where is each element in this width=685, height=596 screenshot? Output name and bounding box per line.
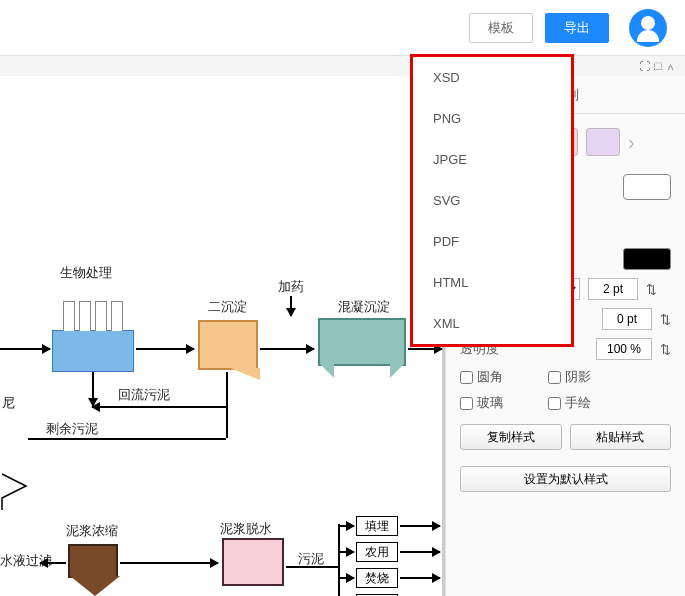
line-excess-v	[226, 406, 228, 438]
cb-glass[interactable]	[460, 397, 473, 410]
arrow-return	[92, 406, 226, 408]
excess-label: 剩余污泥	[46, 420, 98, 438]
arrow-filter	[40, 562, 66, 564]
return-label: 回流污泥	[118, 386, 170, 404]
thick-label: 泥浆浓缩	[66, 522, 118, 540]
flag-icon	[0, 472, 30, 512]
line-sed-down	[226, 372, 228, 406]
box-burn[interactable]: 焚烧	[356, 568, 398, 588]
color-swatch[interactable]	[586, 128, 620, 156]
corner-radius[interactable]	[602, 308, 652, 330]
line-excess	[28, 438, 226, 440]
arrow-drug	[290, 296, 292, 316]
sed-shape[interactable]	[198, 320, 258, 370]
diagram-canvas[interactable]: 生物处理 二沉淀 加药 混凝沉淀 回流污泥 剩余污泥 尼 水液过滤 泥浆浓缩 泥…	[0, 76, 445, 596]
cb-round[interactable]	[460, 371, 473, 384]
export-button[interactable]: 导出	[545, 13, 609, 43]
drug-label: 加药	[278, 278, 304, 296]
copy-style[interactable]: 复制样式	[460, 424, 562, 450]
cb-hand[interactable]	[548, 397, 561, 410]
view-controls[interactable]: ⛶ ⬚ ∧	[0, 56, 685, 76]
cb-shadow[interactable]	[548, 371, 561, 384]
a-b3	[338, 577, 354, 579]
bio-label: 生物处理	[60, 264, 112, 282]
spinner-icon[interactable]: ⇅	[660, 342, 671, 357]
more-colors[interactable]: ›	[628, 131, 635, 154]
export-png[interactable]: PNG	[413, 98, 571, 139]
opacity-input[interactable]	[596, 338, 652, 360]
left1-label: 尼	[2, 394, 15, 412]
stroke-preview[interactable]	[623, 248, 671, 270]
export-html[interactable]: HTML	[413, 262, 571, 303]
o-b1	[400, 525, 440, 527]
stroke-width[interactable]	[588, 278, 638, 300]
export-xsd[interactable]: XSD	[413, 57, 571, 98]
o-b3	[400, 577, 440, 579]
set-default-style[interactable]: 设置为默认样式	[460, 466, 671, 492]
spinner-icon[interactable]: ⇅	[660, 312, 671, 327]
export-pdf[interactable]: PDF	[413, 221, 571, 262]
template-button[interactable]: 模板	[469, 13, 533, 43]
thick-shape[interactable]	[68, 544, 118, 578]
mix-label: 混凝沉淀	[338, 298, 390, 316]
o-b2	[400, 551, 440, 553]
arrow-in	[0, 348, 50, 350]
a-b2	[338, 551, 354, 553]
mix-shape[interactable]	[318, 318, 406, 366]
line-dew-out	[286, 566, 338, 568]
export-jpge[interactable]: JPGE	[413, 139, 571, 180]
box-landfill[interactable]: 填埋	[356, 516, 398, 536]
box-farm[interactable]: 农用	[356, 542, 398, 562]
export-xml[interactable]: XML	[413, 303, 571, 344]
arrow-thick-dew	[120, 562, 218, 564]
arrow-mix-out	[408, 348, 442, 350]
export-menu: XSDPNGJPGESVGPDFHTMLXML	[410, 54, 574, 347]
paste-style[interactable]: 粘贴样式	[570, 424, 672, 450]
sed-label: 二沉淀	[208, 298, 247, 316]
export-svg[interactable]: SVG	[413, 180, 571, 221]
arrow-sed-mix	[260, 348, 314, 350]
dewater-shape[interactable]	[222, 538, 284, 586]
dewater-label: 泥浆脱水	[220, 520, 272, 538]
a-b1	[338, 525, 354, 527]
fill-preview[interactable]	[623, 174, 671, 200]
user-avatar[interactable]	[629, 9, 667, 47]
line-split-v	[338, 524, 340, 596]
bio-shape[interactable]	[52, 330, 134, 372]
arrow-bio-sed	[136, 348, 194, 350]
arrow-return-up	[92, 372, 94, 406]
spinner-icon[interactable]: ⇅	[646, 282, 657, 297]
